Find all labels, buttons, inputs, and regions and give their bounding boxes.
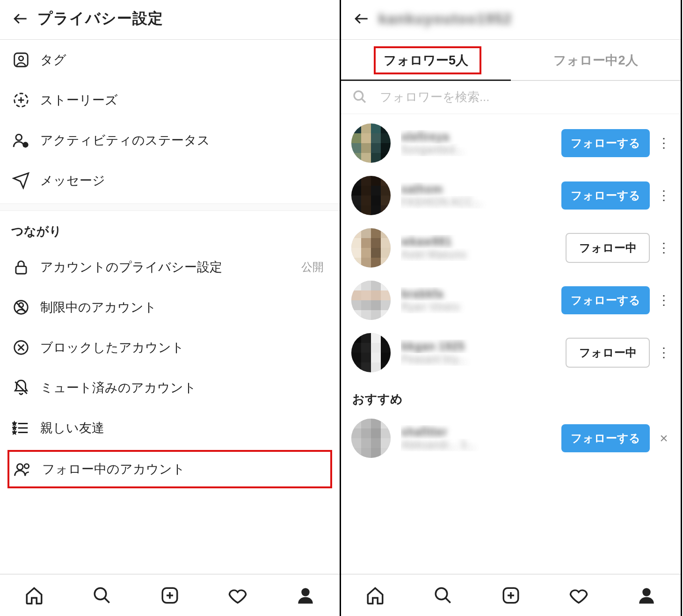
username: bkgan 1925	[401, 340, 566, 353]
tab-underline	[341, 80, 511, 81]
avatar[interactable]	[351, 123, 391, 163]
user-names: wkaw981Aviet Maeuno	[401, 235, 566, 261]
tab-bar	[341, 574, 681, 616]
tab-bar	[0, 574, 340, 616]
following-button[interactable]: フォロー中	[566, 338, 650, 368]
svg-point-9	[17, 464, 23, 470]
settings-item-label: ストーリーズ	[40, 92, 328, 109]
story-add-icon	[11, 90, 31, 110]
avatar[interactable]	[351, 281, 391, 320]
more-icon[interactable]: ⋮	[656, 189, 671, 202]
followers-panel: kankuyoutoo1952 フォロワー5人 フォロー中2人 olefirey…	[341, 0, 682, 616]
settings-item-muted[interactable]: ミュート済みのアカウント	[0, 368, 340, 408]
username: sathom	[401, 182, 561, 196]
search-row[interactable]	[341, 81, 681, 114]
dismiss-icon[interactable]: ×	[656, 430, 671, 446]
tab-home[interactable]	[23, 584, 45, 607]
display-name: Ryan Vinero	[401, 301, 561, 313]
tab-following[interactable]: フォロー中2人	[511, 40, 681, 80]
tab-search[interactable]	[432, 584, 454, 607]
tab-activity[interactable]	[226, 584, 249, 607]
user-names: brabkfaRyan Vinero	[401, 287, 561, 313]
list-item[interactable]: bkgan 1925Peasant bry...フォロー中⋮	[341, 326, 681, 379]
list-item[interactable]: shafitterAleksandr... 3...フォローする×	[341, 412, 681, 464]
svg-point-10	[24, 464, 29, 469]
profile-username: kankuyoutoo1952	[378, 10, 512, 28]
display-name: Peasant bry...	[401, 353, 566, 366]
avatar[interactable]	[351, 419, 391, 458]
more-icon[interactable]: ⋮	[656, 294, 671, 307]
svg-point-14	[354, 91, 363, 100]
section-header-connections: つながり	[0, 211, 340, 247]
avatar[interactable]	[351, 176, 391, 215]
svg-point-11	[94, 588, 106, 600]
settings-item-restricted[interactable]: 制限中のアカウント	[0, 287, 340, 327]
avatar[interactable]	[351, 333, 391, 372]
settings-item-label: アカウントのプライバシー設定	[40, 259, 301, 275]
block-x-icon	[11, 338, 31, 357]
tab-profile[interactable]	[294, 584, 317, 607]
display-name: Songwrited...	[401, 144, 561, 156]
tab-add[interactable]	[500, 584, 522, 607]
username: shafitter	[401, 425, 561, 439]
page-title: プライバシー設定	[37, 8, 163, 29]
svg-point-17	[643, 588, 651, 596]
avatar[interactable]	[351, 228, 391, 268]
svg-rect-5	[16, 266, 26, 274]
settings-list: タグ ストーリーズ アクティビティのステータス メッセージ つながり アカウント…	[0, 40, 340, 574]
settings-item-label: メッセージ	[40, 172, 328, 189]
divider	[0, 203, 340, 211]
settings-item-account-privacy[interactable]: アカウントのプライバシー設定 公開	[0, 247, 340, 287]
more-icon[interactable]: ⋮	[656, 241, 671, 254]
display-name: FASHION ACC...	[401, 196, 561, 209]
follow-button[interactable]: フォローする	[561, 129, 650, 157]
header: プライバシー設定	[0, 0, 340, 40]
follow-button[interactable]: フォローする	[561, 424, 650, 452]
tab-activity[interactable]	[567, 584, 590, 607]
settings-item-trail: 公開	[301, 260, 324, 275]
tab-profile[interactable]	[635, 584, 658, 607]
list-item[interactable]: olefireyaSongwrited...フォローする⋮	[341, 117, 681, 169]
list-item[interactable]: wkaw981Aviet Maeunoフォロー中⋮	[341, 222, 681, 274]
settings-item-tags[interactable]: タグ	[0, 40, 340, 80]
follow-button[interactable]: フォローする	[561, 286, 650, 314]
settings-item-label: フォロー中のアカウント	[42, 461, 185, 478]
user-names: olefireyaSongwrited...	[401, 130, 561, 156]
settings-item-label: タグ	[40, 51, 328, 68]
list-item[interactable]: brabkfaRyan Vineroフォローする⋮	[341, 274, 681, 326]
following-button[interactable]: フォロー中	[566, 233, 650, 263]
username: olefireya	[401, 130, 561, 144]
more-icon[interactable]: ⋮	[656, 346, 671, 359]
tab-followers[interactable]: フォロワー5人	[341, 40, 511, 80]
follow-button[interactable]: フォローする	[561, 181, 650, 210]
settings-item-activity-status[interactable]: アクティビティのステータス	[0, 120, 340, 160]
user-names: shafitterAleksandr... 3...	[401, 425, 561, 451]
settings-item-stories[interactable]: ストーリーズ	[0, 80, 340, 120]
user-names: sathomFASHION ACC...	[401, 182, 561, 209]
settings-item-blocked[interactable]: ブロックしたアカウント	[0, 327, 340, 368]
people-icon	[13, 459, 33, 479]
tab-home[interactable]	[364, 584, 386, 607]
settings-item-close-friends[interactable]: 親しい友達	[0, 408, 340, 448]
svg-point-15	[436, 588, 447, 600]
search-input[interactable]	[380, 90, 669, 104]
svg-rect-0	[15, 53, 28, 67]
settings-item-following-accounts[interactable]: フォロー中のアカウント	[7, 450, 332, 488]
username: brabkfa	[401, 287, 561, 301]
search-icon	[352, 88, 368, 105]
segment-tabs: フォロワー5人 フォロー中2人	[341, 40, 681, 81]
tab-add[interactable]	[159, 584, 181, 607]
svg-point-3	[16, 134, 22, 140]
username: wkaw981	[401, 235, 566, 248]
back-arrow-icon[interactable]	[351, 8, 372, 29]
tab-search[interactable]	[91, 584, 113, 607]
bell-mute-icon	[11, 378, 31, 398]
more-icon[interactable]: ⋮	[656, 137, 671, 150]
settings-item-messages[interactable]: メッセージ	[0, 160, 340, 201]
activity-status-icon	[11, 130, 31, 150]
tag-user-icon	[11, 50, 31, 70]
settings-item-label: ミュート済みのアカウント	[40, 379, 328, 396]
back-arrow-icon[interactable]	[10, 8, 31, 29]
list-item[interactable]: sathomFASHION ACC...フォローする⋮	[341, 169, 681, 222]
settings-item-label: ブロックしたアカウント	[40, 339, 328, 356]
